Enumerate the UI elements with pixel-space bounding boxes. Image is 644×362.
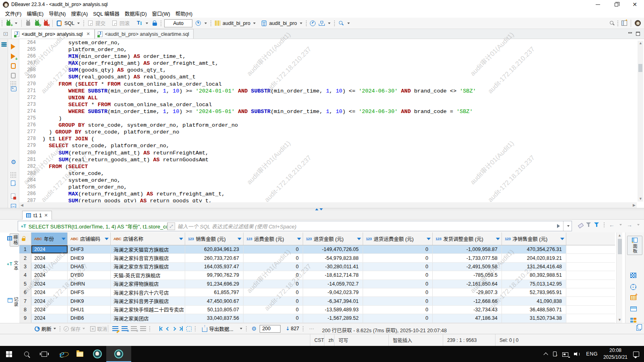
- transaction-log-icon[interactable]: [136, 20, 142, 27]
- notification-icon[interactable]: [633, 352, 639, 357]
- cell[interactable]: 0: [363, 254, 433, 262]
- cell[interactable]: 0: [244, 254, 303, 262]
- cell[interactable]: -785,059.5: [433, 271, 502, 279]
- cell[interactable]: -54,979,823.88: [303, 254, 363, 262]
- export-button[interactable]: 导出数据...: [209, 325, 233, 333]
- cell[interactable]: -12,668.66: [433, 297, 502, 305]
- copy-status-icon[interactable]: [636, 325, 641, 331]
- database-select[interactable]: audit_bi_pro: [269, 21, 297, 26]
- cell[interactable]: 海澜之家抖音男子旗舰店: [111, 297, 185, 305]
- menu-item-2[interactable]: 导航(N): [46, 9, 68, 18]
- fetch-settings-icon[interactable]: ⚙: [252, 326, 257, 332]
- dashboard-icon[interactable]: [310, 20, 316, 27]
- cell[interactable]: 75,013,142.95: [502, 280, 566, 288]
- aggregate-icon[interactable]: [630, 295, 637, 301]
- menu-item-4[interactable]: SQL 编辑器: [91, 9, 122, 18]
- remove-filter-icon[interactable]: [586, 222, 591, 227]
- cell[interactable]: -30,280,011.41: [303, 263, 363, 271]
- add-row-icon[interactable]: +: [122, 326, 128, 331]
- cell[interactable]: 91,234,696.29: [185, 280, 244, 288]
- explain-plan-icon[interactable]: [11, 73, 17, 79]
- cell[interactable]: 80,392,988.51: [502, 271, 566, 279]
- quick-search-icon[interactable]: [608, 20, 615, 27]
- cell[interactable]: 47,186.34: [433, 314, 502, 322]
- usb-icon[interactable]: [553, 352, 557, 356]
- history-icon[interactable]: [195, 20, 201, 27]
- cell[interactable]: 0: [244, 280, 303, 288]
- menu-item-7[interactable]: 帮助(H): [173, 9, 195, 18]
- cell[interactable]: -6,347,394.01: [303, 297, 363, 305]
- row-number[interactable]: 8: [19, 306, 31, 314]
- cell[interactable]: 2024: [31, 280, 68, 288]
- layout-icon[interactable]: [630, 306, 637, 313]
- execute-new-tab-icon[interactable]: [11, 53, 17, 60]
- cell[interactable]: -149,470,726.05: [303, 245, 363, 253]
- cell[interactable]: 海澜之家快手恒越二十四专卖店: [111, 306, 185, 314]
- row-number[interactable]: 6: [19, 288, 31, 296]
- column-header-5[interactable]: 123退货金额 (元): [303, 232, 363, 245]
- compare-dropdown[interactable]: [328, 23, 330, 24]
- row-number[interactable]: 1: [19, 245, 31, 253]
- sql-editor-icon[interactable]: [56, 20, 62, 27]
- cell[interactable]: 47,450,900.67: [185, 297, 244, 305]
- cell[interactable]: 0: [363, 263, 433, 271]
- cell[interactable]: -1,009,958.87: [433, 245, 502, 253]
- compare-icon[interactable]: [318, 20, 325, 27]
- menu-item-0[interactable]: 文件(F): [2, 9, 24, 18]
- cell[interactable]: 620,834,961.23: [185, 245, 244, 253]
- connection-dropdown[interactable]: [253, 23, 256, 24]
- forward-dropdown[interactable]: [637, 224, 640, 226]
- cancel-button[interactable]: 取消: [97, 325, 107, 333]
- tx-mode-select[interactable]: Auto: [164, 19, 192, 27]
- restore-panel-icon[interactable]: [4, 32, 8, 36]
- dbeaver-taskbar-icon[interactable]: [89, 346, 106, 362]
- cell[interactable]: 0: [363, 314, 433, 322]
- cell[interactable]: 0: [244, 271, 303, 279]
- first-row-icon[interactable]: [159, 326, 163, 331]
- column-header-1[interactable]: ABC店铺编码: [68, 232, 111, 245]
- validation-icon[interactable]: [11, 193, 17, 200]
- cell[interactable]: 0: [363, 297, 433, 305]
- column-filter-icon[interactable]: [560, 238, 564, 240]
- value-viewer-icon[interactable]: [630, 273, 637, 279]
- dbeaver-active-icon[interactable]: [106, 346, 131, 362]
- column-filter-icon[interactable]: [427, 238, 431, 240]
- connection-icon[interactable]: [214, 20, 221, 27]
- menu-item-3[interactable]: 搜索(A): [68, 9, 91, 18]
- export-icon[interactable]: [202, 325, 207, 332]
- editor-tab-1[interactable]: <audit_bi_pro> analysis_cleartime.sql: [95, 29, 194, 39]
- cell[interactable]: 2024: [31, 288, 68, 296]
- cell[interactable]: 0: [244, 288, 303, 296]
- row-number[interactable]: 2: [19, 254, 31, 262]
- close-button[interactable]: ✕: [625, 0, 644, 9]
- execute-statement-icon[interactable]: [11, 44, 17, 50]
- result-mode-tab-记录[interactable]: 记录: [10, 297, 19, 307]
- row-number[interactable]: 5: [19, 280, 31, 288]
- cell[interactable]: 0: [363, 280, 433, 288]
- cell[interactable]: DHFS: [68, 288, 111, 296]
- cell[interactable]: DHE9: [68, 254, 111, 262]
- disconnect-icon[interactable]: ✕: [43, 20, 49, 27]
- forward-icon[interactable]: →: [627, 222, 632, 228]
- refresh-button[interactable]: 刷新: [41, 325, 52, 333]
- cell[interactable]: 204,020,819.21: [502, 254, 566, 262]
- cell[interactable]: 海澜之家抖音官方旗舰店: [111, 254, 185, 262]
- column-header-4[interactable]: 123运费金额 (元): [244, 232, 303, 245]
- expand-filter-icon[interactable]: ⤢: [167, 222, 175, 230]
- lock-icon[interactable]: [151, 20, 158, 27]
- cell[interactable]: 海澜之家抖音六十六号店: [111, 288, 185, 296]
- dbeaver-perspective-icon[interactable]: [634, 20, 641, 27]
- edit-row-icon[interactable]: [112, 326, 118, 331]
- open-console-icon[interactable]: [11, 86, 17, 93]
- cell[interactable]: 0: [244, 245, 303, 253]
- metadata-icon[interactable]: [630, 284, 637, 290]
- row-number[interactable]: 9: [19, 314, 31, 322]
- menu-item-5[interactable]: 数据库(D): [122, 9, 149, 18]
- cell[interactable]: 2024: [31, 306, 68, 314]
- editor-tab-0[interactable]: <audit_bi_pro> analysis.sql✕: [11, 29, 95, 39]
- cell[interactable]: 0: [363, 271, 433, 279]
- commit-button[interactable]: 提交: [95, 19, 105, 27]
- cell[interactable]: -18,612,714.78: [303, 271, 363, 279]
- custom-filter-icon[interactable]: [594, 222, 599, 227]
- menu-item-1[interactable]: 编辑(E): [24, 9, 46, 18]
